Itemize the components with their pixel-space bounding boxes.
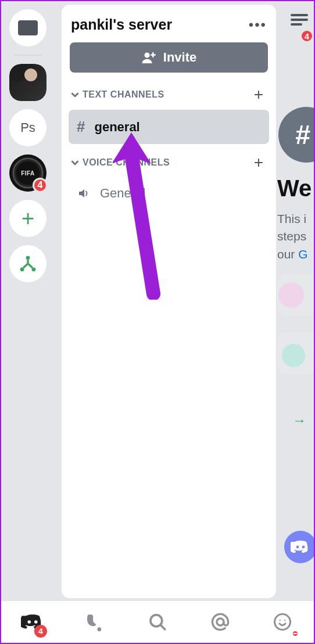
wave-icon [277, 274, 315, 316]
svg-point-21 [284, 620, 285, 621]
category-voice-channels[interactable]: VOICE CHANNELS + [67, 151, 270, 174]
speech-bubble-icon [18, 20, 38, 35]
server-ps-label: Ps [20, 120, 35, 135]
chevron-down-icon [71, 159, 79, 167]
hub-icon [18, 254, 38, 274]
server-header[interactable]: pankil's server ••• [67, 10, 270, 42]
emoji-icon [273, 612, 292, 632]
search-icon [148, 612, 167, 632]
svg-point-1 [20, 268, 24, 272]
welcome-card-2[interactable] [277, 332, 315, 374]
arrow-right-icon: → [292, 412, 306, 429]
plus-icon: + [22, 207, 34, 229]
invite-icon [141, 51, 156, 64]
discover-hub-button[interactable] [9, 245, 46, 282]
svg-point-0 [26, 256, 30, 260]
jump-to-present-button[interactable] [284, 531, 315, 563]
guild-rail: Ps FIFA 4 + [1, 1, 55, 602]
add-server-button[interactable]: + [9, 200, 46, 237]
server-fifa-badge: 4 [33, 178, 48, 193]
discord-icon [291, 539, 310, 555]
channel-general[interactable]: # general [69, 110, 269, 144]
welcome-text: This i steps our G [277, 210, 308, 263]
category-text-channels[interactable]: TEXT CHANNELS + [67, 83, 270, 106]
svg-point-18 [217, 618, 224, 625]
svg-point-20 [280, 620, 281, 621]
dm-home-button[interactable] [9, 9, 46, 46]
server-title: pankil's server [71, 16, 172, 33]
svg-point-13 [302, 546, 305, 549]
svg-rect-7 [291, 19, 308, 21]
channel-panel: pankil's server ••• Invite TEXT CHANNELS… [62, 5, 276, 598]
nav-profile[interactable] [267, 606, 298, 638]
svg-point-15 [34, 620, 38, 624]
chat-peek: 4 # We This i steps our G → [276, 1, 314, 602]
svg-rect-5 [151, 54, 156, 56]
welcome-heading: We [277, 175, 312, 202]
svg-point-2 [32, 268, 36, 272]
category-text-label: TEXT CHANNELS [83, 89, 164, 100]
member-list-badge: 4 [300, 29, 314, 43]
category-voice-label: VOICE CHANNELS [83, 157, 170, 168]
welcome-card-1[interactable] [277, 274, 315, 316]
add-voice-channel-button[interactable]: + [250, 154, 267, 171]
nav-home[interactable]: 4 [17, 606, 48, 638]
nav-friends[interactable] [79, 606, 110, 638]
add-text-channel-button[interactable]: + [250, 87, 267, 103]
more-icon[interactable]: ••• [249, 17, 267, 33]
svg-point-19 [275, 614, 291, 630]
mention-icon [210, 611, 231, 632]
invite-button[interactable]: Invite [70, 42, 268, 73]
svg-point-16 [98, 627, 102, 631]
bottom-nav: 4 [1, 600, 314, 643]
speaker-icon [77, 186, 91, 200]
svg-point-3 [144, 53, 149, 58]
member-list-icon[interactable] [289, 12, 310, 28]
guild-separator [15, 55, 41, 56]
channel-general-label: general [94, 120, 139, 135]
server-fifa[interactable]: FIFA 4 [9, 154, 46, 192]
server-avatar-image [9, 64, 46, 101]
svg-point-14 [27, 620, 31, 624]
channel-hero-icon: # [278, 107, 315, 163]
nav-home-badge: 4 [34, 625, 47, 638]
nav-mentions[interactable] [205, 606, 236, 638]
hash-icon: # [290, 118, 315, 151]
server-pankil[interactable] [9, 64, 46, 101]
svg-point-11 [282, 344, 305, 367]
dnd-status-icon [291, 629, 299, 638]
server-ps[interactable]: Ps [9, 109, 46, 146]
svg-text:#: # [295, 120, 310, 150]
hash-icon: # [77, 118, 85, 136]
friends-icon [84, 612, 105, 632]
invite-label: Invite [163, 50, 196, 65]
svg-rect-6 [291, 14, 308, 16]
sparkle-icon [277, 332, 315, 374]
svg-point-10 [278, 282, 304, 308]
voice-channel-general-label: General [100, 186, 145, 201]
chevron-down-icon [71, 91, 79, 99]
voice-channel-general[interactable]: General [69, 178, 269, 209]
nav-search[interactable] [142, 606, 173, 638]
svg-point-12 [296, 546, 299, 549]
svg-rect-8 [291, 23, 302, 26]
